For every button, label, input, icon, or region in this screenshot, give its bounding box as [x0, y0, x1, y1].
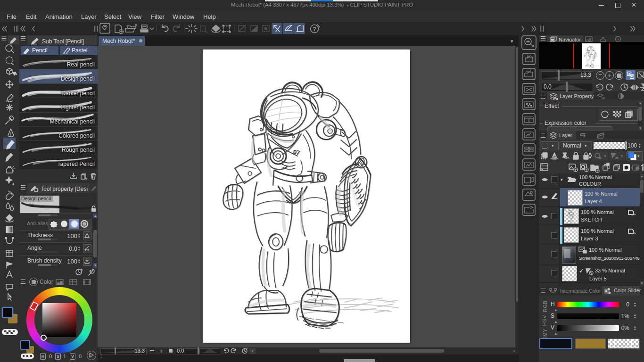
- svg-text:?: ?: [313, 26, 316, 33]
